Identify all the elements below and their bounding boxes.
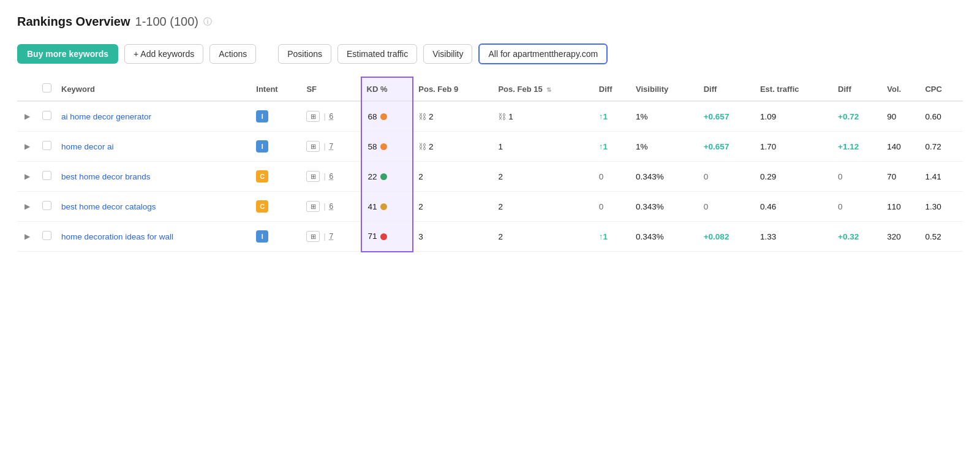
th-diff: Diff: [594, 77, 631, 101]
vis-diff-cell: 0: [699, 162, 755, 192]
row-checkbox[interactable]: [42, 171, 51, 180]
checkbox-cell: [37, 132, 56, 162]
expand-cell: ▶: [17, 222, 37, 252]
keyword-link[interactable]: home decor ai: [61, 142, 114, 151]
sf-number: 7: [329, 142, 333, 151]
vol-cell: 140: [882, 132, 920, 162]
kd-cell: 41: [361, 192, 413, 222]
table-row: ▶ home decoration ideas for wall I ⊞ | 7…: [17, 222, 963, 252]
actions-button[interactable]: Actions: [209, 44, 256, 64]
keyword-link[interactable]: best home decor catalogs: [61, 202, 156, 211]
sf-cell: ⊞ | 6: [301, 101, 361, 132]
tab-estimated-traffic[interactable]: Estimated traffic: [337, 44, 417, 64]
table-row: ▶ ai home decor generator I ⊞ | 6 68 ⛓ 2…: [17, 101, 963, 132]
vis-diff-value: +0.657: [704, 142, 729, 151]
tab-visibility[interactable]: Visibility: [423, 44, 472, 64]
expand-button[interactable]: ▶: [22, 231, 32, 242]
traffic-diff-value: 0: [838, 172, 843, 181]
table-row: ▶ home decor ai I ⊞ | 7 58 ⛓ 2 1 ↑1 1% +…: [17, 132, 963, 162]
rankings-table-wrapper: Keyword Intent SF KD % Pos. Feb 9 Pos. F…: [17, 77, 963, 252]
traffic-diff-value: +0.32: [838, 232, 859, 241]
th-cpc: CPC: [920, 77, 963, 101]
cpc-cell: 1.41: [920, 162, 963, 192]
keyword-link[interactable]: home decoration ideas for wall: [61, 232, 173, 241]
keyword-cell: ai home decor generator: [56, 101, 251, 132]
keyword-cell: best home decor brands: [56, 162, 251, 192]
pos-feb15-cell: ⛓ 1: [493, 101, 594, 132]
expand-button[interactable]: ▶: [22, 171, 32, 182]
th-vol: Vol.: [882, 77, 920, 101]
diff-value: ↑1: [599, 112, 608, 121]
diff-value: 0: [599, 172, 604, 181]
chain-icon: ⛓: [418, 142, 426, 151]
est-traffic-cell: 1.70: [755, 132, 833, 162]
intent-badge: I: [256, 230, 268, 243]
intent-badge: C: [256, 170, 268, 183]
diff-value: ↑1: [599, 142, 608, 151]
toolbar: Buy more keywords + Add keywords Actions…: [17, 43, 963, 64]
diff-cell: ↑1: [594, 101, 631, 132]
cpc-cell: 0.52: [920, 222, 963, 252]
th-keyword: Keyword: [56, 77, 251, 101]
diff-cell: 0: [594, 192, 631, 222]
diff-cell: ↑1: [594, 222, 631, 252]
intent-cell: C: [251, 162, 301, 192]
intent-cell: I: [251, 132, 301, 162]
select-all-checkbox[interactable]: [42, 83, 51, 92]
info-icon[interactable]: ⓘ: [203, 17, 212, 28]
vis-diff-value: 0: [704, 202, 709, 211]
add-keywords-button[interactable]: + Add keywords: [124, 44, 203, 64]
sf-number: 6: [329, 202, 333, 211]
filter-domain-button[interactable]: All for apartmenttherapy.com: [478, 43, 608, 64]
intent-cell: I: [251, 222, 301, 252]
th-vis-diff: Diff: [699, 77, 755, 101]
buy-keywords-button[interactable]: Buy more keywords: [17, 44, 118, 64]
row-checkbox[interactable]: [42, 201, 51, 210]
visibility-cell: 0.343%: [631, 192, 699, 222]
sf-number: 6: [329, 172, 333, 181]
sf-icon: ⊞: [306, 111, 320, 122]
traffic-diff-cell: +0.72: [833, 101, 882, 132]
row-checkbox[interactable]: [42, 111, 51, 120]
keyword-cell: best home decor catalogs: [56, 192, 251, 222]
keyword-cell: home decor ai: [56, 132, 251, 162]
keyword-link[interactable]: best home decor brands: [61, 172, 151, 181]
traffic-diff-cell: 0: [833, 162, 882, 192]
row-checkbox[interactable]: [42, 141, 51, 150]
expand-button[interactable]: ▶: [22, 141, 32, 152]
tab-positions[interactable]: Positions: [278, 44, 331, 64]
sf-icon: ⊞: [306, 201, 320, 212]
th-visibility: Visibility: [631, 77, 699, 101]
sf-number: 7: [329, 232, 333, 241]
row-checkbox[interactable]: [42, 231, 51, 240]
th-pos-feb15[interactable]: Pos. Feb 15 ⇅: [493, 77, 594, 101]
pos-feb9-cell: ⛓ 2: [413, 101, 493, 132]
keyword-link[interactable]: ai home decor generator: [61, 112, 151, 121]
vis-diff-value: 0: [704, 172, 709, 181]
expand-button[interactable]: ▶: [22, 201, 32, 212]
chain-icon: ⛓: [418, 112, 426, 121]
sf-icon: ⊞: [306, 141, 320, 152]
sf-cell: ⊞ | 6: [301, 192, 361, 222]
traffic-diff-cell: +1.12: [833, 132, 882, 162]
est-traffic-cell: 0.29: [755, 162, 833, 192]
traffic-diff-value: 0: [838, 202, 843, 211]
est-traffic-cell: 1.09: [755, 101, 833, 132]
sf-number: 6: [329, 112, 333, 121]
expand-button[interactable]: ▶: [22, 111, 32, 122]
sf-cell: ⊞ | 7: [301, 222, 361, 252]
kd-cell: 58: [361, 132, 413, 162]
pos-feb9-cell: 3: [413, 222, 493, 252]
visibility-cell: 1%: [631, 101, 699, 132]
pos-feb15-cell: 2: [493, 192, 594, 222]
vis-diff-cell: +0.657: [699, 132, 755, 162]
page-header: Rankings Overview 1-100 (100) ⓘ: [17, 15, 963, 29]
rankings-table: Keyword Intent SF KD % Pos. Feb 9 Pos. F…: [17, 77, 963, 252]
kd-dot: [380, 233, 387, 240]
vis-diff-cell: +0.082: [699, 222, 755, 252]
intent-badge: I: [256, 140, 268, 153]
sort-icon: ⇅: [546, 86, 551, 93]
expand-cell: ▶: [17, 162, 37, 192]
checkbox-cell: [37, 162, 56, 192]
th-est-traffic: Est. traffic: [755, 77, 833, 101]
